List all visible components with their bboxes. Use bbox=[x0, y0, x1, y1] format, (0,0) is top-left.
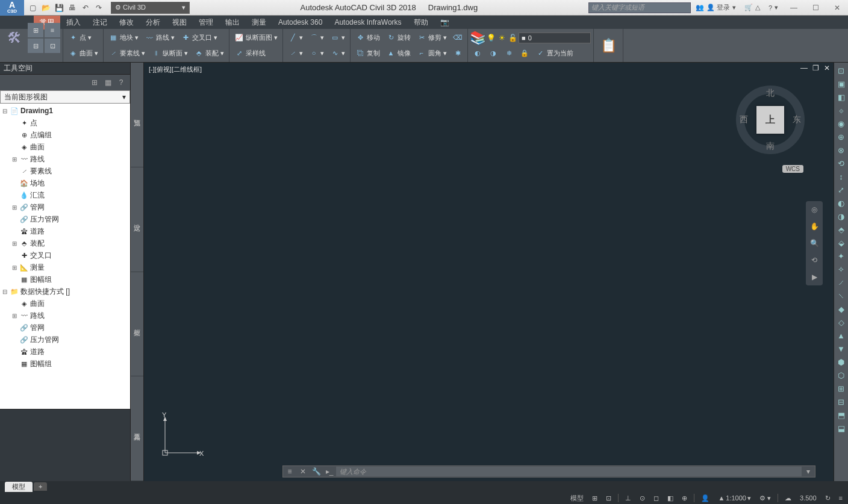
layer-freeze-icon[interactable]: ❄ bbox=[502, 46, 516, 60]
spline-button[interactable]: ∿▾ bbox=[328, 46, 348, 60]
status-model[interactable]: 模型 bbox=[569, 494, 585, 503]
arc-button[interactable]: ⌒▾ bbox=[307, 31, 326, 45]
layer-lock-icon[interactable]: 🔒 bbox=[517, 46, 532, 60]
tool-icon[interactable]: ◆ bbox=[836, 303, 847, 314]
drawing-viewport[interactable]: [-][俯视][二维线框] — ❐ ✕ 北 西 上 东 南 WCS ◎ ✋ 🔍 … bbox=[144, 63, 834, 481]
vp-minimize-icon[interactable]: — bbox=[799, 64, 809, 72]
tool-icon[interactable]: ▼ bbox=[836, 343, 847, 354]
tool-icon[interactable]: ⬓ bbox=[836, 423, 847, 434]
status-grid-icon[interactable]: ⊞ bbox=[590, 494, 599, 502]
save-icon[interactable]: 💾 bbox=[53, 2, 65, 14]
move-button[interactable]: ✥移动 bbox=[353, 31, 382, 45]
tool-icon[interactable]: ⊞ bbox=[836, 383, 847, 394]
status-polar-icon[interactable]: ⊙ bbox=[638, 494, 647, 502]
tool-icon[interactable]: ▣ bbox=[836, 78, 847, 89]
help-icon[interactable]: ? bbox=[768, 4, 772, 11]
tool-icon[interactable]: ⟍ bbox=[836, 290, 847, 301]
app-logo[interactable]: AC3D bbox=[0, 0, 24, 16]
tool-icon[interactable]: ⬘ bbox=[836, 224, 847, 235]
toolspace-toggle[interactable]: 🛠 bbox=[2, 22, 26, 54]
tool-icon[interactable]: ◉ bbox=[836, 118, 847, 129]
steering-wheel-icon[interactable]: ◎ bbox=[808, 204, 820, 216]
palette-btn-1[interactable]: ⊞ bbox=[28, 23, 43, 37]
side-tab-survey[interactable]: 框架 bbox=[131, 272, 143, 377]
paste-button[interactable]: 📋 bbox=[596, 30, 620, 61]
tool-icon[interactable]: ↕ bbox=[836, 171, 847, 182]
redo-icon[interactable]: ↷ bbox=[93, 2, 105, 14]
alignment-button[interactable]: 〰路线 ▾ bbox=[142, 31, 177, 45]
tool-icon[interactable]: ◑ bbox=[836, 211, 847, 222]
explode-icon[interactable]: ✱ bbox=[450, 46, 465, 60]
tool-icon[interactable]: ◇ bbox=[836, 317, 847, 328]
tab-annotate[interactable]: 注记 bbox=[87, 16, 113, 30]
layer-iso-icon[interactable]: ◐ bbox=[470, 46, 485, 60]
status-value[interactable]: 3.500 bbox=[798, 494, 818, 502]
sampleline-button[interactable]: ⤢采样线 bbox=[232, 46, 268, 60]
layer-selector[interactable]: ■ 0 bbox=[519, 33, 591, 43]
close-button[interactable]: ✕ bbox=[826, 0, 848, 16]
line-button[interactable]: ╱▾ bbox=[285, 31, 305, 45]
tab-view[interactable]: 视图 bbox=[166, 16, 193, 30]
tool-icon[interactable]: ⟐ bbox=[836, 105, 847, 116]
tab-infraworks[interactable]: Autodesk InfraWorks bbox=[328, 16, 407, 28]
help-search-input[interactable]: 键入关键字或短语 bbox=[588, 2, 691, 13]
tool-icon[interactable]: ✦ bbox=[836, 250, 847, 261]
circle-button[interactable]: ○▾ bbox=[307, 46, 326, 60]
tool-icon[interactable]: ⊕ bbox=[836, 131, 847, 142]
status-menu-icon[interactable]: ≡ bbox=[837, 494, 844, 502]
copy-button[interactable]: ⿻复制 bbox=[353, 46, 382, 60]
tab-survey[interactable]: 测量 bbox=[246, 16, 272, 30]
rect-button[interactable]: ▭▾ bbox=[328, 31, 348, 45]
maximize-button[interactable]: ☐ bbox=[805, 0, 826, 16]
tab-insert[interactable]: 插入 bbox=[60, 16, 87, 30]
tab-extra-icon[interactable]: 📷 bbox=[434, 16, 455, 28]
status-scale[interactable]: ▲ 1:1000 ▾ bbox=[716, 494, 753, 502]
status-snap-icon[interactable]: ⊡ bbox=[604, 494, 613, 502]
tool-icon[interactable]: ⟋ bbox=[836, 277, 847, 288]
cmd-customize-icon[interactable]: 🔧 bbox=[310, 467, 323, 476]
tool-icon[interactable]: ⬒ bbox=[836, 409, 847, 420]
sun-icon[interactable]: ☀ bbox=[497, 33, 507, 43]
tool-icon[interactable]: ✧ bbox=[836, 264, 847, 275]
cmd-dropdown-icon[interactable]: ▾ bbox=[802, 467, 815, 476]
toolspace-view-combo[interactable]: 当前图形视图▾ bbox=[0, 90, 130, 104]
login-area[interactable]: 👥 👤 登录 ▾ 🛒 △ ? ▾ bbox=[691, 3, 783, 12]
tab-analyze[interactable]: 分析 bbox=[140, 16, 166, 30]
ts-icon-1[interactable]: ⊞ bbox=[89, 77, 100, 88]
status-osnap-icon[interactable]: ◻ bbox=[652, 494, 661, 502]
tab-output[interactable]: 输出 bbox=[219, 16, 246, 30]
ts-help-icon[interactable]: ? bbox=[116, 77, 126, 88]
palette-btn-2[interactable]: ⊟ bbox=[28, 39, 43, 53]
open-icon[interactable]: 📂 bbox=[40, 2, 52, 14]
surface-button[interactable]: ◈曲面 ▾ bbox=[66, 46, 101, 60]
view-cube[interactable]: 北 西 上 东 南 bbox=[731, 81, 809, 159]
pan-icon[interactable]: ✋ bbox=[808, 220, 820, 232]
tab-a360[interactable]: Autodesk 360 bbox=[272, 16, 328, 28]
set-current-button[interactable]: ✓置为当前 bbox=[533, 46, 576, 60]
status-cloud-icon[interactable]: ☁ bbox=[783, 494, 793, 502]
parcel-button[interactable]: ▦地块 ▾ bbox=[106, 31, 141, 45]
profileview-button[interactable]: 📈纵断面图 ▾ bbox=[232, 31, 280, 45]
workspace-selector[interactable]: ⚙ Civil 3D▾ bbox=[111, 2, 190, 14]
tool-icon[interactable]: ⟲ bbox=[836, 158, 847, 169]
tool-icon[interactable]: ▲ bbox=[836, 330, 847, 341]
tool-icon[interactable]: ⊟ bbox=[836, 396, 847, 407]
model-tab[interactable]: 模型 bbox=[5, 482, 33, 492]
binoculars-icon[interactable]: 👥 bbox=[696, 4, 704, 11]
ts-icon-2[interactable]: ▦ bbox=[102, 77, 113, 88]
lock-icon[interactable]: 🔓 bbox=[508, 33, 517, 43]
command-line[interactable]: ≡ ✕ 🔧 ▸_ 键入命令 ▾ bbox=[282, 465, 815, 478]
tool-icon[interactable]: ⊗ bbox=[836, 145, 847, 155]
undo-icon[interactable]: ↶ bbox=[80, 2, 92, 14]
tool-icon[interactable]: ⬢ bbox=[836, 356, 847, 367]
fillet-button[interactable]: ⌐圆角 ▾ bbox=[414, 46, 449, 60]
status-ortho-icon[interactable]: ⊥ bbox=[623, 494, 633, 502]
rotate-button[interactable]: ↻旋转 bbox=[384, 31, 413, 45]
cmd-close-icon[interactable]: ✕ bbox=[296, 467, 310, 476]
print-icon[interactable]: 🖶 bbox=[66, 2, 78, 14]
command-input[interactable]: 键入命令 bbox=[336, 467, 802, 476]
side-tab-settings[interactable]: 设定 bbox=[131, 167, 143, 272]
new-icon[interactable]: ▢ bbox=[26, 2, 39, 14]
mirror-button[interactable]: ▲镜像 bbox=[384, 46, 413, 60]
layer-props-icon[interactable]: 📚 bbox=[470, 31, 485, 45]
